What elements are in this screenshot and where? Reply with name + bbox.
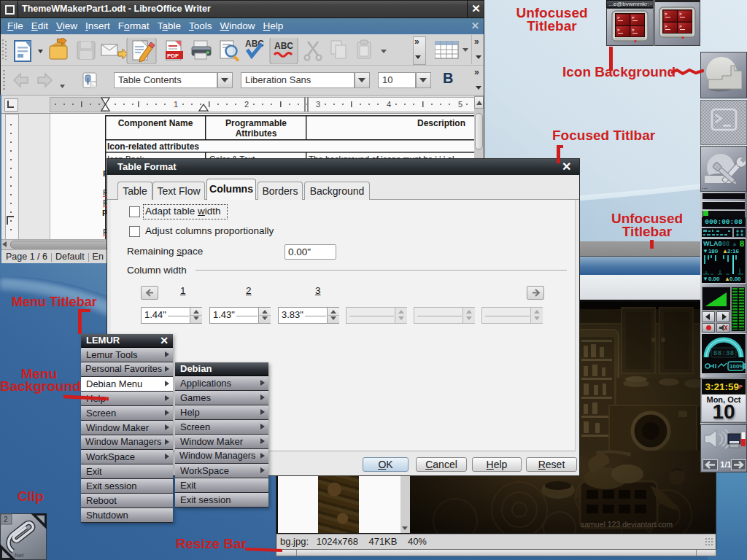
svg-text:Programmable: Programmable bbox=[225, 118, 287, 128]
svg-text:▼0.00: ▼0.00 bbox=[703, 276, 720, 282]
svg-text:Attributes: Attributes bbox=[236, 128, 277, 139]
svg-text:>: > bbox=[679, 24, 682, 29]
svg-text:Component Name: Component Name bbox=[118, 118, 193, 128]
svg-text:2: 2 bbox=[244, 100, 249, 109]
svg-text:>: > bbox=[632, 15, 635, 20]
svg-text:88: 88 bbox=[722, 240, 729, 247]
svg-text:Description: Description bbox=[417, 118, 465, 128]
svg-text:2:16: 2:16 bbox=[727, 248, 740, 254]
svg-text:Icon-related attributes: Icon-related attributes bbox=[107, 141, 199, 152]
svg-text:samuel 123.deviantart.com: samuel 123.deviantart.com bbox=[581, 520, 673, 529]
svg-text:>: > bbox=[665, 24, 667, 29]
svg-text:WLA0: WLA0 bbox=[703, 240, 722, 247]
svg-text:3: 3 bbox=[316, 100, 320, 109]
svg-text:>: > bbox=[679, 12, 682, 17]
svg-text:>: > bbox=[617, 15, 620, 20]
svg-text:0.00: 0.00 bbox=[729, 276, 741, 282]
svg-text:4: 4 bbox=[387, 100, 391, 109]
svg-text:100%: 100% bbox=[729, 363, 744, 370]
svg-text:▲: ▲ bbox=[732, 241, 738, 247]
svg-text:1: 1 bbox=[174, 100, 178, 109]
svg-text:8: 8 bbox=[740, 239, 744, 248]
svg-text:>: > bbox=[665, 12, 667, 17]
svg-text:PDF: PDF bbox=[167, 52, 179, 59]
svg-text:2: 2 bbox=[4, 516, 8, 524]
svg-text:88:38: 88:38 bbox=[713, 349, 735, 357]
svg-text:Net: Net bbox=[15, 552, 24, 559]
svg-text:5: 5 bbox=[458, 100, 462, 109]
svg-text:>: > bbox=[632, 28, 635, 33]
svg-text:>: > bbox=[617, 28, 620, 33]
svg-text:ABC: ABC bbox=[274, 41, 293, 51]
svg-text:▼180: ▼180 bbox=[703, 248, 719, 254]
